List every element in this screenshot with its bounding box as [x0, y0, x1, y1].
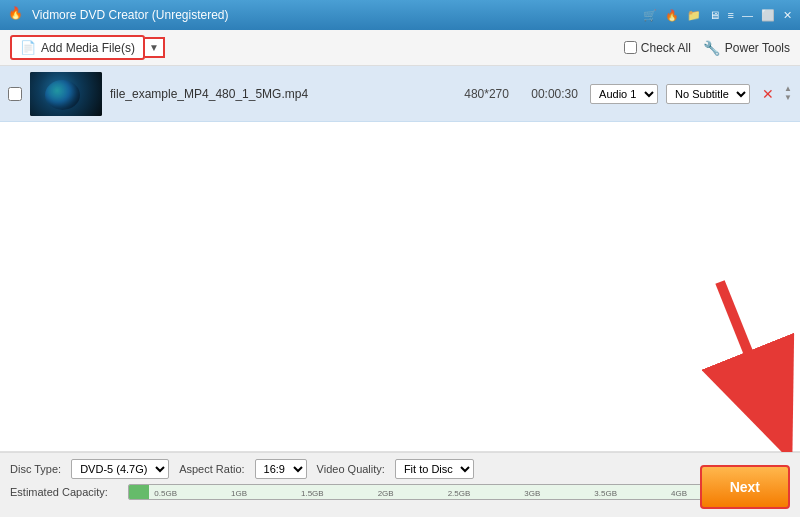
- minimize-icon[interactable]: —: [742, 9, 753, 21]
- add-media-label: Add Media File(s): [41, 41, 135, 55]
- capacity-bar: 0.5GB 1GB 1.5GB 2GB 2.5GB 3GB 3.5GB 4GB …: [128, 484, 790, 500]
- video-quality-label: Video Quality:: [317, 463, 385, 475]
- power-tools-label: Power Tools: [725, 41, 790, 55]
- resolution-text: 480*270: [454, 87, 519, 101]
- next-button[interactable]: Next: [700, 465, 790, 509]
- disc-type-select[interactable]: DVD-5 (4.7G) DVD-9 (8.5G): [71, 459, 169, 479]
- subtitle-select[interactable]: No Subtitle: [666, 84, 750, 104]
- add-media-button[interactable]: 📄 Add Media File(s): [10, 35, 145, 60]
- add-media-group: 📄 Add Media File(s) ▼: [10, 35, 165, 60]
- filename-text: file_example_MP4_480_1_5MG.mp4: [110, 87, 446, 101]
- menu-icon[interactable]: ≡: [728, 9, 734, 21]
- window-controls: 🛒 🔥 📁 🖥 ≡ — ⬜ ✕: [643, 9, 792, 22]
- maximize-icon[interactable]: ⬜: [761, 9, 775, 22]
- bottom-bar: Disc Type: DVD-5 (4.7G) DVD-9 (8.5G) Asp…: [0, 452, 800, 517]
- tick-2.5gb: 2.5GB: [422, 489, 495, 499]
- tick-2gb: 2GB: [349, 489, 422, 499]
- aspect-ratio-select[interactable]: 16:9 4:3: [255, 459, 307, 479]
- capacity-ticks: 0.5GB 1GB 1.5GB 2GB 2.5GB 3GB 3.5GB 4GB …: [129, 485, 789, 499]
- estimated-capacity-label: Estimated Capacity:: [10, 486, 120, 498]
- check-all-label[interactable]: Check All: [624, 41, 691, 55]
- tick-1gb: 1GB: [202, 489, 275, 499]
- thumbnail-image: [30, 72, 102, 116]
- toolbar-right: Check All 🔧 Power Tools: [624, 40, 790, 56]
- toolbar: 📄 Add Media File(s) ▼ Check All 🔧 Power …: [0, 30, 800, 66]
- monitor-icon[interactable]: 🖥: [709, 9, 720, 21]
- add-media-dropdown[interactable]: ▼: [145, 37, 165, 58]
- disc-type-label: Disc Type:: [10, 463, 61, 475]
- tick-1.5gb: 1.5GB: [276, 489, 349, 499]
- remove-row-icon[interactable]: ✕: [762, 86, 774, 102]
- audio-select[interactable]: Audio 1: [590, 84, 658, 104]
- close-icon[interactable]: ✕: [783, 9, 792, 22]
- add-file-icon: 📄: [20, 40, 36, 55]
- content-area: file_example_MP4_480_1_5MG.mp4 480*270 0…: [0, 66, 800, 452]
- folder-icon[interactable]: 📁: [687, 9, 701, 22]
- duration-text: 00:00:30: [527, 87, 582, 101]
- move-down-icon[interactable]: ▼: [784, 94, 792, 102]
- move-up-icon[interactable]: ▲: [784, 85, 792, 93]
- table-row: file_example_MP4_480_1_5MG.mp4 480*270 0…: [0, 66, 800, 122]
- row-reorder-arrows: ▲ ▼: [784, 85, 792, 102]
- capacity-row: Estimated Capacity: 0.5GB 1GB 1.5GB 2GB …: [10, 484, 790, 500]
- tick-0.5gb: 0.5GB: [129, 489, 202, 499]
- wrench-icon: 🔧: [703, 40, 720, 56]
- title-bar: 🔥 Vidmore DVD Creator (Unregistered) 🛒 🔥…: [0, 0, 800, 30]
- aspect-ratio-label: Aspect Ratio:: [179, 463, 244, 475]
- tick-3gb: 3GB: [496, 489, 569, 499]
- video-thumbnail: [30, 72, 102, 116]
- app-logo-icon: 🔥: [8, 6, 26, 24]
- check-all-text: Check All: [641, 41, 691, 55]
- tick-3.5gb: 3.5GB: [569, 489, 642, 499]
- row-checkbox[interactable]: [8, 87, 22, 101]
- check-all-checkbox[interactable]: [624, 41, 637, 54]
- video-quality-select[interactable]: Fit to Disc High Medium: [395, 459, 474, 479]
- app-title: Vidmore DVD Creator (Unregistered): [32, 8, 643, 22]
- power-tools-button[interactable]: 🔧 Power Tools: [703, 40, 790, 56]
- fire-icon[interactable]: 🔥: [665, 9, 679, 22]
- cart-icon[interactable]: 🛒: [643, 9, 657, 22]
- settings-row: Disc Type: DVD-5 (4.7G) DVD-9 (8.5G) Asp…: [10, 459, 790, 479]
